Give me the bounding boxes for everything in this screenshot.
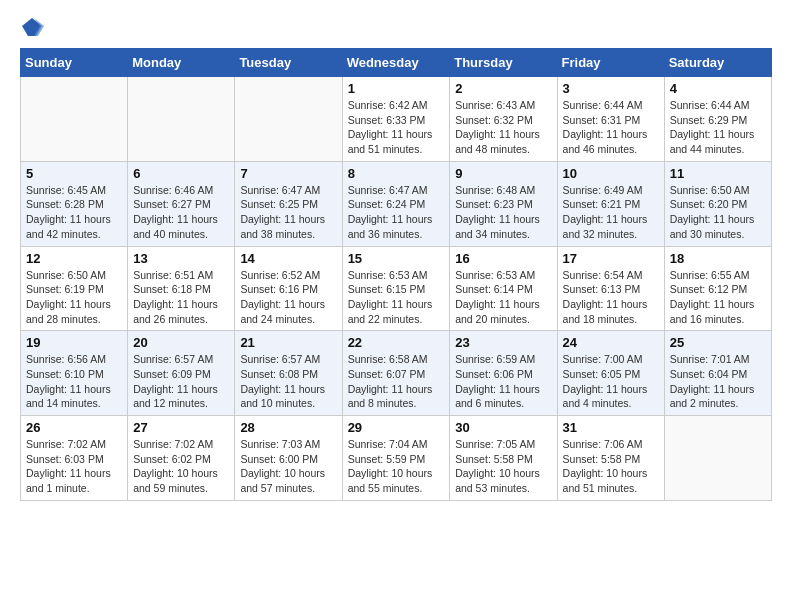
calendar-day-cell: 19Sunrise: 6:56 AM Sunset: 6:10 PM Dayli…	[21, 331, 128, 416]
day-info: Sunrise: 6:53 AM Sunset: 6:15 PM Dayligh…	[348, 268, 445, 327]
day-of-week-header: Sunday	[21, 49, 128, 77]
day-info: Sunrise: 6:47 AM Sunset: 6:24 PM Dayligh…	[348, 183, 445, 242]
calendar-day-cell: 2Sunrise: 6:43 AM Sunset: 6:32 PM Daylig…	[450, 77, 557, 162]
day-of-week-header: Saturday	[664, 49, 771, 77]
day-number: 1	[348, 81, 445, 96]
calendar-day-cell: 29Sunrise: 7:04 AM Sunset: 5:59 PM Dayli…	[342, 416, 450, 501]
day-info: Sunrise: 6:57 AM Sunset: 6:09 PM Dayligh…	[133, 352, 229, 411]
calendar-week-row: 1Sunrise: 6:42 AM Sunset: 6:33 PM Daylig…	[21, 77, 772, 162]
calendar-day-cell: 22Sunrise: 6:58 AM Sunset: 6:07 PM Dayli…	[342, 331, 450, 416]
calendar-day-cell: 12Sunrise: 6:50 AM Sunset: 6:19 PM Dayli…	[21, 246, 128, 331]
calendar-day-cell: 8Sunrise: 6:47 AM Sunset: 6:24 PM Daylig…	[342, 161, 450, 246]
day-number: 21	[240, 335, 336, 350]
day-number: 3	[563, 81, 659, 96]
day-info: Sunrise: 7:05 AM Sunset: 5:58 PM Dayligh…	[455, 437, 551, 496]
header	[20, 16, 772, 38]
day-info: Sunrise: 6:55 AM Sunset: 6:12 PM Dayligh…	[670, 268, 766, 327]
day-of-week-header: Thursday	[450, 49, 557, 77]
day-number: 11	[670, 166, 766, 181]
calendar-day-cell: 10Sunrise: 6:49 AM Sunset: 6:21 PM Dayli…	[557, 161, 664, 246]
day-number: 20	[133, 335, 229, 350]
day-number: 5	[26, 166, 122, 181]
calendar-day-cell: 9Sunrise: 6:48 AM Sunset: 6:23 PM Daylig…	[450, 161, 557, 246]
day-info: Sunrise: 7:02 AM Sunset: 6:02 PM Dayligh…	[133, 437, 229, 496]
day-number: 14	[240, 251, 336, 266]
calendar-header-row: SundayMondayTuesdayWednesdayThursdayFrid…	[21, 49, 772, 77]
calendar-day-cell: 23Sunrise: 6:59 AM Sunset: 6:06 PM Dayli…	[450, 331, 557, 416]
calendar-day-cell: 18Sunrise: 6:55 AM Sunset: 6:12 PM Dayli…	[664, 246, 771, 331]
calendar-day-cell	[235, 77, 342, 162]
calendar-week-row: 26Sunrise: 7:02 AM Sunset: 6:03 PM Dayli…	[21, 416, 772, 501]
logo	[20, 16, 44, 38]
day-number: 27	[133, 420, 229, 435]
day-number: 28	[240, 420, 336, 435]
calendar-day-cell: 11Sunrise: 6:50 AM Sunset: 6:20 PM Dayli…	[664, 161, 771, 246]
main-container: SundayMondayTuesdayWednesdayThursdayFrid…	[0, 0, 792, 517]
day-info: Sunrise: 7:02 AM Sunset: 6:03 PM Dayligh…	[26, 437, 122, 496]
day-number: 13	[133, 251, 229, 266]
day-info: Sunrise: 6:43 AM Sunset: 6:32 PM Dayligh…	[455, 98, 551, 157]
calendar-week-row: 19Sunrise: 6:56 AM Sunset: 6:10 PM Dayli…	[21, 331, 772, 416]
day-number: 8	[348, 166, 445, 181]
day-info: Sunrise: 6:58 AM Sunset: 6:07 PM Dayligh…	[348, 352, 445, 411]
calendar-day-cell: 4Sunrise: 6:44 AM Sunset: 6:29 PM Daylig…	[664, 77, 771, 162]
day-of-week-header: Wednesday	[342, 49, 450, 77]
day-info: Sunrise: 6:50 AM Sunset: 6:19 PM Dayligh…	[26, 268, 122, 327]
calendar-day-cell: 25Sunrise: 7:01 AM Sunset: 6:04 PM Dayli…	[664, 331, 771, 416]
calendar-day-cell: 26Sunrise: 7:02 AM Sunset: 6:03 PM Dayli…	[21, 416, 128, 501]
logo-icon	[22, 16, 44, 38]
day-number: 26	[26, 420, 122, 435]
day-number: 2	[455, 81, 551, 96]
calendar-week-row: 5Sunrise: 6:45 AM Sunset: 6:28 PM Daylig…	[21, 161, 772, 246]
calendar-day-cell: 3Sunrise: 6:44 AM Sunset: 6:31 PM Daylig…	[557, 77, 664, 162]
day-number: 9	[455, 166, 551, 181]
day-info: Sunrise: 6:46 AM Sunset: 6:27 PM Dayligh…	[133, 183, 229, 242]
day-info: Sunrise: 6:47 AM Sunset: 6:25 PM Dayligh…	[240, 183, 336, 242]
day-info: Sunrise: 6:51 AM Sunset: 6:18 PM Dayligh…	[133, 268, 229, 327]
day-info: Sunrise: 6:56 AM Sunset: 6:10 PM Dayligh…	[26, 352, 122, 411]
calendar-day-cell: 6Sunrise: 6:46 AM Sunset: 6:27 PM Daylig…	[128, 161, 235, 246]
day-number: 31	[563, 420, 659, 435]
day-info: Sunrise: 7:00 AM Sunset: 6:05 PM Dayligh…	[563, 352, 659, 411]
day-info: Sunrise: 6:42 AM Sunset: 6:33 PM Dayligh…	[348, 98, 445, 157]
day-number: 7	[240, 166, 336, 181]
calendar-day-cell: 16Sunrise: 6:53 AM Sunset: 6:14 PM Dayli…	[450, 246, 557, 331]
day-number: 30	[455, 420, 551, 435]
day-info: Sunrise: 6:44 AM Sunset: 6:31 PM Dayligh…	[563, 98, 659, 157]
day-info: Sunrise: 6:53 AM Sunset: 6:14 PM Dayligh…	[455, 268, 551, 327]
day-info: Sunrise: 6:44 AM Sunset: 6:29 PM Dayligh…	[670, 98, 766, 157]
day-number: 15	[348, 251, 445, 266]
day-info: Sunrise: 7:01 AM Sunset: 6:04 PM Dayligh…	[670, 352, 766, 411]
day-info: Sunrise: 6:57 AM Sunset: 6:08 PM Dayligh…	[240, 352, 336, 411]
day-number: 23	[455, 335, 551, 350]
calendar-day-cell	[21, 77, 128, 162]
day-number: 24	[563, 335, 659, 350]
day-info: Sunrise: 7:06 AM Sunset: 5:58 PM Dayligh…	[563, 437, 659, 496]
day-number: 4	[670, 81, 766, 96]
day-info: Sunrise: 6:52 AM Sunset: 6:16 PM Dayligh…	[240, 268, 336, 327]
day-number: 29	[348, 420, 445, 435]
day-number: 22	[348, 335, 445, 350]
calendar-day-cell	[128, 77, 235, 162]
day-info: Sunrise: 6:54 AM Sunset: 6:13 PM Dayligh…	[563, 268, 659, 327]
day-number: 25	[670, 335, 766, 350]
calendar-day-cell: 17Sunrise: 6:54 AM Sunset: 6:13 PM Dayli…	[557, 246, 664, 331]
day-info: Sunrise: 6:48 AM Sunset: 6:23 PM Dayligh…	[455, 183, 551, 242]
day-info: Sunrise: 6:59 AM Sunset: 6:06 PM Dayligh…	[455, 352, 551, 411]
calendar-day-cell: 21Sunrise: 6:57 AM Sunset: 6:08 PM Dayli…	[235, 331, 342, 416]
calendar-day-cell: 24Sunrise: 7:00 AM Sunset: 6:05 PM Dayli…	[557, 331, 664, 416]
day-number: 19	[26, 335, 122, 350]
calendar-day-cell: 13Sunrise: 6:51 AM Sunset: 6:18 PM Dayli…	[128, 246, 235, 331]
day-of-week-header: Monday	[128, 49, 235, 77]
calendar-day-cell	[664, 416, 771, 501]
day-info: Sunrise: 6:50 AM Sunset: 6:20 PM Dayligh…	[670, 183, 766, 242]
day-number: 10	[563, 166, 659, 181]
day-info: Sunrise: 7:03 AM Sunset: 6:00 PM Dayligh…	[240, 437, 336, 496]
day-number: 6	[133, 166, 229, 181]
calendar-day-cell: 28Sunrise: 7:03 AM Sunset: 6:00 PM Dayli…	[235, 416, 342, 501]
day-number: 12	[26, 251, 122, 266]
calendar-day-cell: 30Sunrise: 7:05 AM Sunset: 5:58 PM Dayli…	[450, 416, 557, 501]
calendar-day-cell: 14Sunrise: 6:52 AM Sunset: 6:16 PM Dayli…	[235, 246, 342, 331]
day-info: Sunrise: 7:04 AM Sunset: 5:59 PM Dayligh…	[348, 437, 445, 496]
day-info: Sunrise: 6:45 AM Sunset: 6:28 PM Dayligh…	[26, 183, 122, 242]
